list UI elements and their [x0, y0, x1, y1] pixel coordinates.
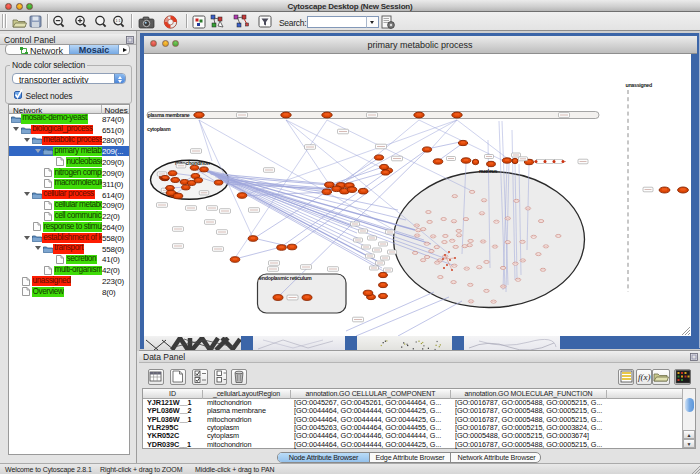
- svg-text:nucleus: nucleus: [479, 168, 498, 174]
- svg-text:unassigned: unassigned: [626, 82, 652, 88]
- svg-text:f(x): f(x): [638, 372, 651, 382]
- svg-text:plasma membrane: plasma membrane: [148, 112, 190, 118]
- svg-text:1:1: 1:1: [116, 19, 121, 23]
- svg-text:cytoplasm: cytoplasm: [147, 126, 171, 132]
- svg-text:endoplasmic reticulum: endoplasmic reticulum: [259, 275, 312, 281]
